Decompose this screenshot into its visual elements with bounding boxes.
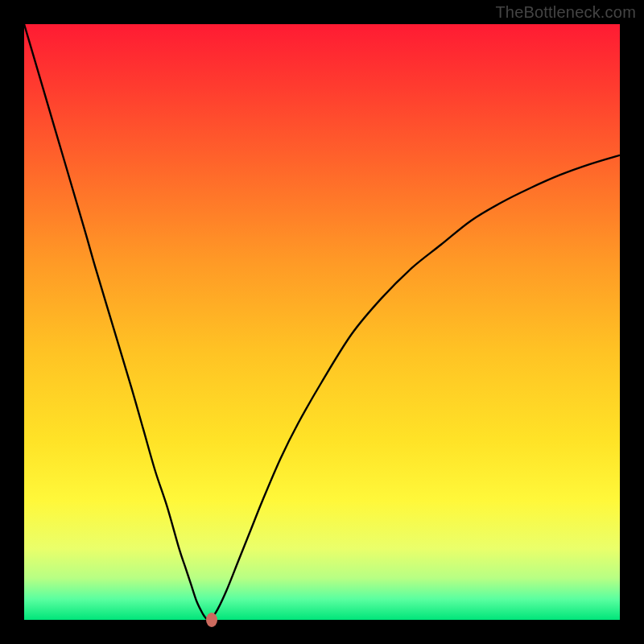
plot-area — [24, 24, 620, 620]
chart-frame: TheBottleneck.com — [0, 0, 644, 644]
optimum-marker — [206, 613, 217, 627]
gradient-background — [24, 24, 620, 620]
plot-svg — [24, 24, 620, 620]
watermark-text: TheBottleneck.com — [495, 3, 636, 22]
